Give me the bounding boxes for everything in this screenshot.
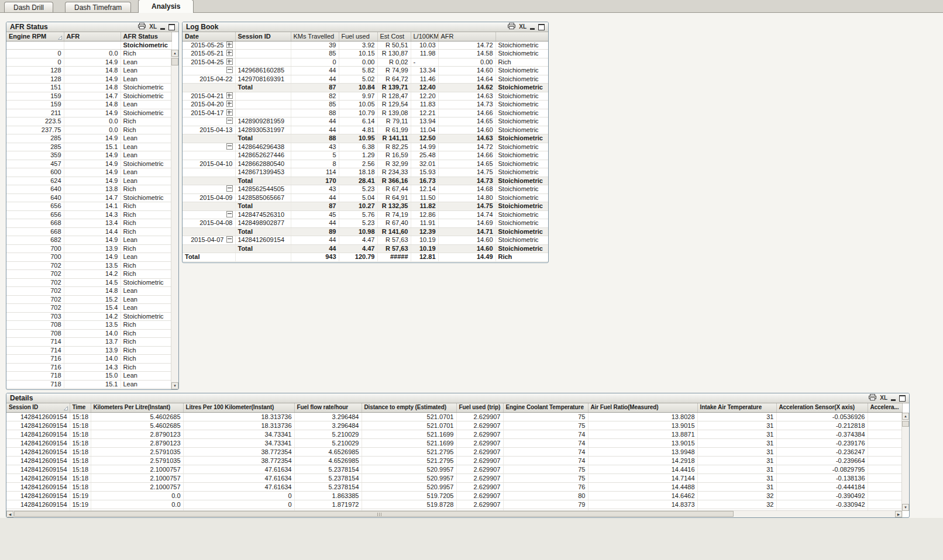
engine-rpm-cell[interactable]: 0 xyxy=(6,50,64,58)
afr-status-cell[interactable]: Stoichiometric xyxy=(495,177,548,185)
scroll-thumb[interactable] xyxy=(171,58,178,65)
engine-rpm-cell[interactable]: 702 xyxy=(6,287,64,296)
intake-air-temp-cell[interactable]: 31 xyxy=(697,447,776,456)
est-cost-cell[interactable]: R 64,72 xyxy=(377,75,411,84)
time-cell[interactable]: 15:18 xyxy=(70,412,91,421)
table-row[interactable]: 2015-04-091428585065667445.04R 64,9111.5… xyxy=(183,193,548,202)
est-cost-cell[interactable]: R 57,63 xyxy=(377,236,411,245)
afr-status-cell[interactable]: Stoichiometric xyxy=(495,185,548,194)
distance-to-empty-cell[interactable]: 519.7205 xyxy=(362,491,456,500)
time-cell[interactable]: 15:18 xyxy=(70,447,91,456)
filter-cell[interactable] xyxy=(6,41,64,50)
litres-per-100km-cell[interactable]: 0 xyxy=(183,491,294,500)
table-row[interactable]: 60014.9Lean xyxy=(6,168,171,177)
afr-cell[interactable]: 14.62 xyxy=(438,84,495,92)
afr-cell[interactable]: 14.9 xyxy=(64,236,121,245)
kms-travelled-cell[interactable]: 8 xyxy=(291,160,339,168)
tab-dash-drill[interactable]: Dash Drill xyxy=(4,2,53,13)
column-header-air-fuel-ratio-measured-[interactable]: Air Fuel Ratio(Measured) xyxy=(588,403,697,412)
date-cell[interactable]: 2015-04-25 xyxy=(183,58,235,67)
afr-status-cell[interactable]: Lean xyxy=(121,253,171,262)
column-header-session-id[interactable]: Session ID xyxy=(235,32,291,41)
afr-cell[interactable]: 14.73 xyxy=(438,101,495,109)
date-cell[interactable] xyxy=(183,134,235,143)
fuel-flow-rate-cell[interactable]: 3.296484 xyxy=(294,412,362,421)
column-header-accelera-[interactable]: Accelera... xyxy=(868,403,902,412)
afr-cell[interactable]: 14.60 xyxy=(438,67,495,75)
engine-rpm-cell[interactable]: 702 xyxy=(6,261,64,270)
total-row[interactable]: Total8910.98R 141,6012.3914.71Stoichiome… xyxy=(183,227,548,236)
afr-status-cell[interactable]: Stoichiometric xyxy=(495,193,548,202)
litres-per-100km-cell[interactable]: 18.313736 xyxy=(183,412,294,421)
afr-status-cell[interactable]: Lean xyxy=(121,177,171,185)
km-per-litre-cell[interactable]: 2.8790123 xyxy=(91,438,183,447)
table-row[interactable]: 1428474526310455.76R 74,1912.8614.74Stoi… xyxy=(183,210,548,219)
date-cell[interactable]: 2015-05-21 xyxy=(183,50,235,58)
session-id-cell[interactable]: 1428474526310 xyxy=(235,210,291,219)
afr-cell[interactable]: 0.00 xyxy=(438,58,495,67)
kms-travelled-cell[interactable]: 44 xyxy=(291,117,339,126)
afr-status-cell[interactable]: Rich xyxy=(121,244,171,253)
afr-cell[interactable]: 14.63 xyxy=(438,134,495,143)
column-header-fuel-used-trip-[interactable]: Fuel used (trip) xyxy=(456,403,503,412)
engine-rpm-cell[interactable]: 708 xyxy=(6,321,64,330)
table-row[interactable]: 237.750.0Rich xyxy=(6,126,171,134)
table-row[interactable]: 2015-04-131428930531997444.81R 61,9911.0… xyxy=(183,126,548,134)
l100km-cell[interactable]: 11.50 xyxy=(411,193,438,202)
session-id-cell[interactable]: Total xyxy=(235,134,291,143)
air-fuel-ratio-cell[interactable]: 14.2918 xyxy=(588,456,697,465)
afr-status-cell[interactable]: Rich xyxy=(121,346,171,355)
kms-travelled-cell[interactable]: 82 xyxy=(291,92,339,101)
coolant-temp-cell[interactable]: 79 xyxy=(503,500,588,509)
l100km-cell[interactable]: 15.93 xyxy=(411,168,438,177)
session-id-cell[interactable]: 1429708169391 xyxy=(235,75,291,84)
coolant-temp-cell[interactable]: 74 xyxy=(503,447,588,456)
column-header-acceleration-sensor-x-axis-[interactable]: Acceleration Sensor(X axis) xyxy=(776,403,868,412)
l100km-cell[interactable]: 11.83 xyxy=(411,101,438,109)
afr-cell[interactable]: 14.5 xyxy=(64,278,121,287)
l100km-cell[interactable]: 14.99 xyxy=(411,143,438,151)
fuel-used-cell[interactable]: 10.27 xyxy=(339,202,377,211)
table-row[interactable]: 45714.9Stoichiometric xyxy=(6,160,171,168)
fuel-used-cell[interactable]: 0.00 xyxy=(339,58,377,67)
km-per-litre-cell[interactable]: 5.4602685 xyxy=(91,412,183,421)
table-row[interactable]: 70215.4Lean xyxy=(6,304,171,313)
engine-rpm-cell[interactable]: 703 xyxy=(6,312,64,321)
column-header-engine-rpm[interactable]: Engine RPM xyxy=(6,32,64,41)
est-cost-cell[interactable]: R 50,51 xyxy=(377,41,411,50)
afr-cell[interactable]: 14.1 xyxy=(64,202,121,211)
session-id-cell[interactable]: 1428671399453 xyxy=(235,168,291,177)
date-cell[interactable]: 2015-04-13 xyxy=(183,126,235,134)
afr-status-cell[interactable]: Stoichiometric xyxy=(495,67,548,75)
maximize-icon[interactable] xyxy=(538,24,545,30)
fuel-used-cell[interactable]: 9.97 xyxy=(339,92,377,101)
coolant-temp-cell[interactable]: 75 xyxy=(503,421,588,430)
session-id-cell[interactable] xyxy=(235,41,291,50)
column-header-kms-travelled[interactable]: KMs Travelled xyxy=(291,32,339,41)
details-horizontal-scrollbar[interactable]: ◀▶ xyxy=(6,510,902,517)
accel-2-cell[interactable] xyxy=(868,473,902,482)
fuel-flow-rate-cell[interactable]: 4.6526985 xyxy=(294,447,362,456)
details-vertical-scrollbar[interactable]: ▲▼ xyxy=(901,413,909,511)
time-cell[interactable]: 15:18 xyxy=(70,421,91,430)
engine-rpm-cell[interactable]: 159 xyxy=(6,92,64,101)
date-cell[interactable] xyxy=(183,67,235,75)
afr-cell[interactable]: 14.9 xyxy=(64,109,121,117)
est-cost-cell[interactable]: R 64,91 xyxy=(377,193,411,202)
coolant-temp-cell[interactable]: 75 xyxy=(503,473,588,482)
air-fuel-ratio-cell[interactable]: 13.9948 xyxy=(588,447,697,456)
fuel-flow-rate-cell[interactable]: 4.6526985 xyxy=(294,456,362,465)
afr-cell[interactable]: 14.72 xyxy=(438,41,495,50)
afr-status-cell[interactable]: Stoichiometric xyxy=(495,75,548,84)
afr-cell[interactable]: 14.68 xyxy=(438,185,495,194)
date-cell[interactable] xyxy=(183,151,235,160)
km-per-litre-cell[interactable]: 2.1000757 xyxy=(91,482,183,491)
est-cost-cell[interactable]: R 32,99 xyxy=(377,160,411,168)
afr-status-cell[interactable]: Rich xyxy=(121,126,171,134)
afr-cell[interactable]: 14.60 xyxy=(438,126,495,134)
km-per-litre-cell[interactable]: 2.5791035 xyxy=(91,456,183,465)
engine-rpm-cell[interactable]: 223.5 xyxy=(6,117,64,126)
afr-cell[interactable]: 15.1 xyxy=(64,380,121,389)
filter-value-cell[interactable]: Stoichiometric xyxy=(121,41,171,50)
coolant-temp-cell[interactable]: 80 xyxy=(503,491,588,500)
